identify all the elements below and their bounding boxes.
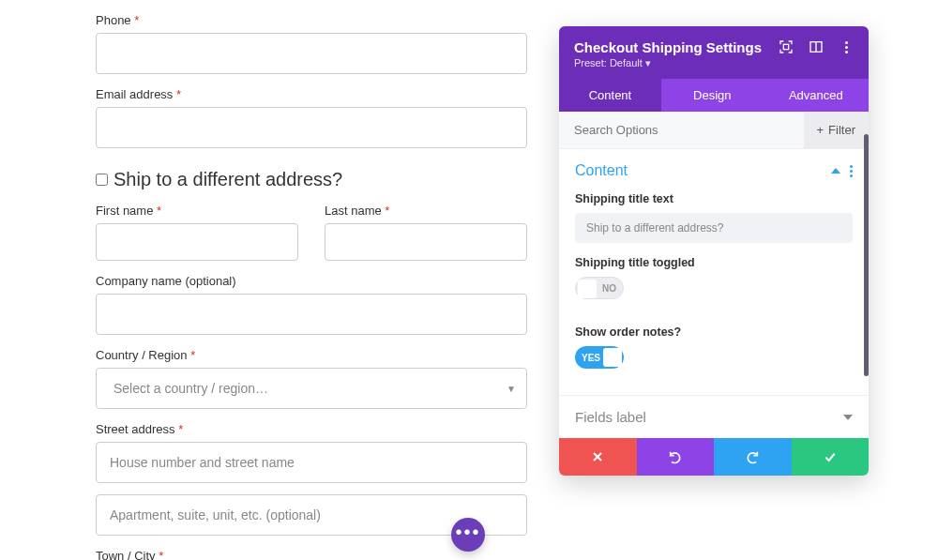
redo-button[interactable] [714,438,792,476]
last-name-input[interactable] [325,223,527,261]
panel-preset[interactable]: Preset: Default ▾ [574,57,762,69]
panel-header: Checkout Shipping Settings Preset: Defau… [559,26,869,79]
svg-rect-0 [783,44,788,49]
tab-design[interactable]: Design [661,79,764,112]
phone-label: Phone * [96,13,527,27]
kebab-menu-icon[interactable] [839,39,854,54]
company-label-text: Company name (optional) [96,274,236,288]
section-fields-label[interactable]: Fields label [559,395,869,438]
search-input[interactable] [559,112,804,148]
required-mark: * [157,204,161,218]
phone-label-text: Phone [96,13,131,27]
required-mark: * [134,13,139,27]
redo-icon [745,449,760,464]
country-select-wrap: ▼ [96,368,527,409]
street-input-1[interactable] [96,442,527,483]
country-label: Country / Region * [96,348,527,362]
email-input[interactable] [96,107,527,148]
email-label-text: Email address [96,87,173,101]
kebab-menu-icon[interactable] [850,165,853,177]
toggle-knob [578,280,597,298]
ship-to-different-address-heading: Ship to a different address? [96,169,527,190]
required-mark: * [176,87,181,101]
phone-input[interactable] [96,33,527,74]
city-label-text: Town / City [96,549,156,560]
ellipsis-icon: ••• [455,522,480,543]
close-icon [590,449,605,464]
last-name-label-text: Last name [325,204,382,218]
first-name-label-text: First name [96,204,153,218]
shipping-title-text-input[interactable]: Ship to a different address? [575,213,853,243]
toggle-no-label: NO [602,283,616,294]
country-select[interactable] [96,368,527,409]
target-icon[interactable] [779,39,794,54]
chevron-down-icon [843,415,853,420]
panel-actions [559,438,869,476]
chevron-up-icon [831,168,840,174]
checkout-form: Phone * Email address * Ship to a differ… [96,0,527,560]
section-title: Content [575,162,628,179]
required-mark: * [159,549,163,560]
email-label: Email address * [96,87,527,101]
close-button[interactable] [559,438,637,476]
first-name-label: First name * [96,204,298,218]
shipping-title-toggled-switch[interactable]: NO [575,277,624,299]
shipping-title-toggled-label: Shipping title toggled [575,256,853,269]
filter-label: Filter [828,123,855,137]
tab-content[interactable]: Content [559,79,661,112]
panel-tabs: Content Design Advanced [559,79,869,112]
company-input[interactable] [96,294,527,335]
country-label-text: Country / Region [96,348,188,362]
scrollbar[interactable] [864,134,869,376]
panel-body: Content Shipping title text Ship to a di… [559,149,869,395]
show-order-notes-switch[interactable]: YES [575,346,624,369]
toggle-yes-label: YES [582,353,600,363]
section-content-header[interactable]: Content [575,162,853,179]
module-options-fab[interactable]: ••• [451,518,485,552]
filter-button[interactable]: + Filter [804,112,869,148]
street-label-text: Street address [96,422,175,436]
chevron-down-icon: ▾ [645,57,651,68]
required-mark: * [385,204,389,218]
save-button[interactable] [792,438,870,476]
plus-icon: + [817,123,825,137]
fields-label-title: Fields label [575,409,646,425]
ship-heading-text: Ship to a different address? [113,169,342,190]
toggle-knob [603,348,622,367]
show-order-notes-label: Show order notes? [575,325,853,339]
street-label: Street address * [96,422,527,436]
company-label: Company name (optional) [96,274,527,288]
tab-advanced[interactable]: Advanced [764,79,869,112]
shipping-title-text-label: Shipping title text [575,192,853,205]
check-icon [823,449,838,464]
settings-panel: Checkout Shipping Settings Preset: Defau… [559,26,869,476]
first-name-input[interactable] [96,223,298,261]
ship-to-different-address-checkbox[interactable] [96,174,108,186]
panel-preset-label: Preset: Default [574,57,643,68]
last-name-label: Last name * [325,204,527,218]
required-mark: * [178,422,183,436]
undo-icon [668,449,683,464]
columns-icon[interactable] [809,39,824,54]
required-mark: * [190,348,195,362]
undo-button[interactable] [637,438,715,476]
search-row: + Filter [559,112,869,149]
panel-title: Checkout Shipping Settings [574,39,762,55]
